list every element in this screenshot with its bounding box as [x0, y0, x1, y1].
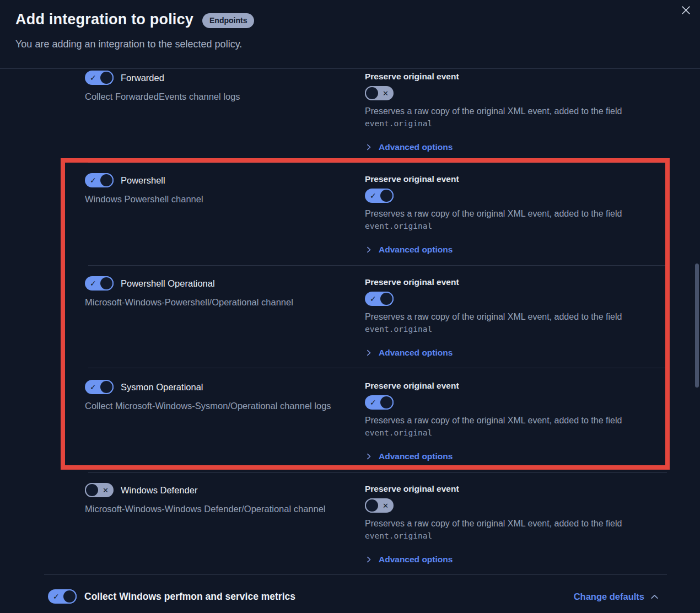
toggle-knob [365, 86, 379, 100]
forwarded-preserve-toggle[interactable]: ✓ ✕ [365, 86, 394, 100]
section-label: Sysmon Operational [121, 382, 203, 392]
footer-row: ✓ ✕ Collect Windows perfmon and service … [48, 588, 659, 605]
change-defaults-label: Change defaults [574, 592, 644, 602]
endpoints-badge: Endpoints [202, 13, 254, 28]
toggle-knob [379, 292, 394, 306]
preserve-description-text: Preserves a raw copy of the original XML… [365, 209, 622, 218]
section-description: Windows Powershell channel [85, 192, 348, 206]
advanced-options-label: Advanced options [379, 348, 453, 358]
preserve-field-name: event.original [365, 324, 629, 335]
scrollbar-thumb[interactable] [695, 264, 699, 388]
check-icon: ✓ [53, 593, 60, 600]
toggle-knob [379, 189, 394, 203]
check-icon: ✓ [370, 192, 376, 200]
cross-icon: ✕ [383, 90, 389, 97]
toggle-knob [99, 276, 114, 291]
section-label: Powershell [121, 175, 165, 186]
powershell-operational-toggle[interactable]: ✓ ✕ [85, 276, 114, 291]
preserve-description-text: Preserves a raw copy of the original XML… [365, 416, 622, 425]
section-description: Microsoft-Windows-Powershell/Operational… [85, 295, 348, 309]
section-label: Forwarded [121, 73, 164, 83]
check-icon: ✓ [370, 399, 376, 406]
advanced-options-label: Advanced options [379, 245, 453, 255]
check-icon: ✓ [90, 74, 96, 82]
advanced-options-link[interactable]: Advanced options [365, 348, 453, 358]
advanced-options-label: Advanced options [379, 451, 453, 461]
powershell-preserve-toggle[interactable]: ✓ ✕ [365, 189, 394, 203]
toggle-knob [85, 483, 99, 497]
section-label: Powershell Operational [121, 278, 215, 289]
cross-icon: ✕ [383, 502, 389, 509]
chevron-right-icon [365, 143, 373, 151]
collect-perfmon-toggle[interactable]: ✓ ✕ [48, 589, 77, 604]
chevron-right-icon [365, 453, 373, 460]
close-icon [681, 6, 691, 15]
section-description: Collect ForwardedEvents channel logs [85, 90, 348, 104]
check-icon: ✓ [90, 383, 96, 391]
page-title: Add integration to policy [15, 11, 193, 28]
modal-subtitle: You are adding an integration to the sel… [15, 39, 242, 50]
sysmon-operational-toggle[interactable]: ✓ ✕ [85, 380, 114, 394]
preserve-original-event-label: Preserve original event [365, 277, 629, 287]
modal-header: Add integration to policy Endpoints [15, 11, 254, 28]
preserve-description: Preserves a raw copy of the original XML… [365, 105, 629, 130]
preserve-field-name: event.original [365, 530, 629, 542]
powershell-operational-preserve-toggle[interactable]: ✓ ✕ [365, 292, 394, 306]
chevron-right-icon [365, 556, 373, 563]
chevron-up-icon [650, 592, 659, 601]
preserve-description-text: Preserves a raw copy of the original XML… [365, 519, 622, 528]
powershell-toggle[interactable]: ✓ ✕ [85, 173, 114, 187]
advanced-options-link[interactable]: Advanced options [365, 555, 453, 564]
preserve-description-text: Preserves a raw copy of the original XML… [365, 106, 622, 116]
change-defaults-link[interactable]: Change defaults [574, 592, 659, 602]
check-icon: ✓ [90, 279, 96, 287]
section-divider [88, 265, 667, 266]
header-divider [0, 68, 700, 69]
toggle-knob [99, 380, 114, 394]
advanced-options-label: Advanced options [379, 555, 453, 564]
preserve-description: Preserves a raw copy of the original XML… [365, 311, 629, 335]
cross-icon: ✕ [103, 487, 109, 494]
section-description: Collect Microsoft-Windows-Sysmon/Operati… [85, 399, 348, 413]
section-divider [88, 472, 667, 473]
forwarded-toggle[interactable]: ✓ ✕ [85, 71, 114, 85]
toggle-knob [62, 589, 77, 604]
preserve-description-text: Preserves a raw copy of the original XML… [365, 312, 622, 321]
advanced-options-link[interactable]: Advanced options [365, 142, 453, 152]
windows-defender-toggle[interactable]: ✓ ✕ [85, 483, 114, 497]
close-button[interactable] [677, 1, 694, 19]
section-description: Microsoft-Windows-Windows Defender/Opera… [85, 502, 348, 516]
section-label: Windows Defender [121, 485, 197, 496]
check-icon: ✓ [90, 176, 96, 184]
preserve-original-event-label: Preserve original event [365, 381, 629, 391]
section-divider [88, 368, 667, 368]
collect-perfmon-label: Collect Windows perfmon and service metr… [84, 591, 295, 603]
preserve-field-name: event.original [365, 221, 629, 232]
toggle-knob [99, 71, 114, 85]
toggle-knob [365, 498, 379, 513]
preserve-description: Preserves a raw copy of the original XML… [365, 208, 629, 232]
chevron-right-icon [365, 349, 373, 357]
preserve-original-event-label: Preserve original event [365, 484, 629, 494]
advanced-options-link[interactable]: Advanced options [365, 451, 453, 461]
advanced-options-link[interactable]: Advanced options [365, 245, 453, 255]
preserve-original-event-label: Preserve original event [365, 174, 629, 184]
preserve-field-name: event.original [365, 427, 629, 439]
toggle-knob [99, 173, 114, 187]
chevron-right-icon [365, 246, 373, 254]
preserve-description: Preserves a raw copy of the original XML… [365, 518, 629, 542]
preserve-description: Preserves a raw copy of the original XML… [365, 415, 629, 439]
add-integration-modal: Add integration to policy Endpoints You … [0, 0, 700, 613]
preserve-field-name: event.original [365, 118, 629, 130]
advanced-options-label: Advanced options [379, 142, 453, 152]
section-divider [44, 574, 667, 575]
sysmon-operational-preserve-toggle[interactable]: ✓ ✕ [365, 395, 394, 410]
check-icon: ✓ [370, 295, 376, 303]
section-divider [88, 163, 667, 163]
windows-defender-preserve-toggle[interactable]: ✓ ✕ [365, 498, 394, 513]
toggle-knob [379, 395, 394, 410]
preserve-original-event-label: Preserve original event [365, 72, 629, 82]
